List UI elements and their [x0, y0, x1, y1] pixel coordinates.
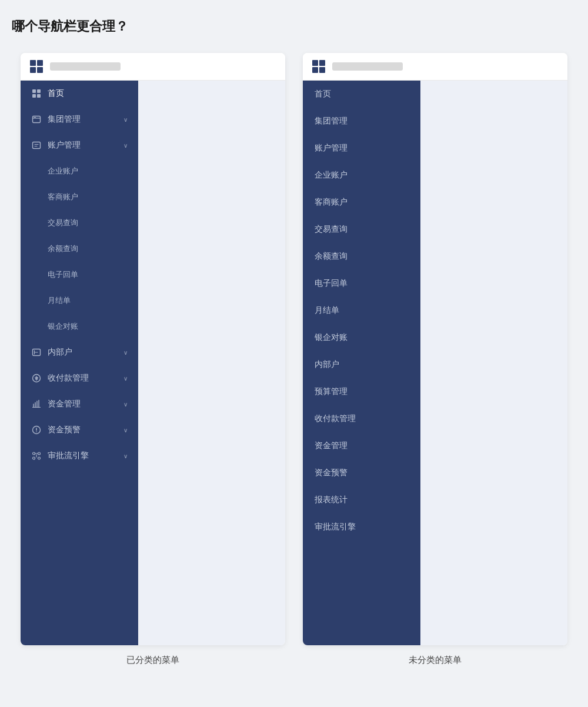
- l-account-icon: [31, 140, 42, 151]
- l-client-label: 客商账户: [48, 192, 128, 202]
- left-body2: 首页 集团管理 ∨ 账户管理 ∨: [21, 81, 285, 645]
- svg-rect-11: [37, 89, 41, 93]
- l-balance[interactable]: 余额查询: [21, 236, 138, 262]
- l-reconcile-label: 银企对账: [48, 321, 128, 332]
- r-transaction[interactable]: 交易查询: [303, 216, 420, 243]
- l-group-label: 集团管理: [48, 114, 123, 125]
- l-fund[interactable]: 资金管理 ∨: [21, 391, 138, 417]
- right-bar: [332, 62, 403, 71]
- r-home[interactable]: 首页: [303, 81, 420, 108]
- l-home-icon: [31, 88, 42, 99]
- l-group-icon: [31, 114, 42, 125]
- r-enterprise-label: 企业账户: [315, 170, 348, 181]
- svg-rect-13: [37, 94, 41, 98]
- r-client[interactable]: 客商账户: [303, 189, 420, 216]
- r-fund-label: 资金管理: [315, 441, 348, 451]
- svg-point-23: [38, 457, 41, 459]
- r-receipt[interactable]: 电子回单: [303, 270, 420, 297]
- right-sidebar: 首页 集团管理 账户管理 企业账户 客商账户 交易查询 余额查询 电子回单 月结…: [303, 81, 420, 645]
- l-alert-icon: [31, 425, 42, 435]
- r-account[interactable]: 账户管理: [303, 135, 420, 162]
- r-inner-label: 内部户: [315, 359, 339, 370]
- l-monthly-label: 月结单: [48, 295, 128, 306]
- right-card-wrapper2: 首页 集团管理 账户管理 企业账户 客商账户 交易查询 余额查询 电子回单 月结…: [303, 53, 567, 666]
- left-bar2: [50, 62, 121, 71]
- left-header2: [21, 53, 285, 81]
- r-report[interactable]: 报表统计: [303, 486, 420, 513]
- l-transaction[interactable]: 交易查询: [21, 210, 138, 236]
- left-content2: [138, 81, 285, 645]
- l-payment[interactable]: 收付款管理 ∨: [21, 365, 138, 391]
- svg-point-22: [33, 457, 35, 459]
- l-payment-icon: [31, 373, 42, 383]
- svg-rect-12: [32, 94, 36, 98]
- r-balance-label: 余额查询: [315, 251, 348, 262]
- r-transaction-label: 交易查询: [315, 224, 348, 235]
- l-flow-icon: [31, 451, 42, 461]
- r-enterprise[interactable]: 企业账户: [303, 162, 420, 189]
- l-payment-label: 收付款管理: [48, 373, 123, 383]
- l-alert[interactable]: 资金预警 ∨: [21, 417, 138, 443]
- r-balance[interactable]: 余额查询: [303, 243, 420, 270]
- r-reconcile[interactable]: 银企对账: [303, 324, 420, 351]
- r-payment[interactable]: 收付款管理: [303, 405, 420, 432]
- l-home-label: 首页: [48, 88, 128, 99]
- left-card-label: 已分类的菜单: [126, 655, 179, 666]
- left-nav-card2: 首页 集团管理 ∨ 账户管理 ∨: [21, 53, 285, 645]
- l-enterprise-label: 企业账户: [48, 166, 128, 176]
- r-flow-label: 审批流引擎: [315, 522, 356, 532]
- l-inner-chevron: ∨: [123, 349, 128, 356]
- r-group[interactable]: 集团管理: [303, 108, 420, 135]
- l-flow-label: 审批流引擎: [48, 451, 123, 461]
- main-layout: 首页 集团管理 ∨ 账户管理 ∨: [12, 53, 576, 666]
- l-flow[interactable]: 审批流引擎 ∨: [21, 443, 138, 469]
- r-monthly[interactable]: 月结单: [303, 297, 420, 324]
- l-inner-icon: [31, 347, 42, 358]
- r-fund[interactable]: 资金管理: [303, 432, 420, 459]
- r-inner[interactable]: 内部户: [303, 351, 420, 378]
- l-fund-chevron: ∨: [123, 401, 128, 408]
- left-card-wrapper: 首页 集团管理 ∨ 账户管理 ∨: [21, 53, 285, 666]
- svg-rect-14: [33, 116, 41, 123]
- right-card-label: 未分类的菜单: [409, 655, 462, 666]
- l-receipt[interactable]: 电子回单: [21, 262, 138, 288]
- l-alert-label: 资金预警: [48, 425, 123, 435]
- l-fund-label: 资金管理: [48, 399, 123, 409]
- l-inner[interactable]: 内部户 ∨: [21, 339, 138, 365]
- right-logo: [312, 60, 325, 73]
- l-flow-chevron: ∨: [123, 453, 128, 459]
- r-receipt-label: 电子回单: [315, 278, 348, 289]
- l-reconcile[interactable]: 银企对账: [21, 314, 138, 339]
- r-group-label: 集团管理: [315, 116, 348, 126]
- right-nav-card: 首页 集团管理 账户管理 企业账户 客商账户 交易查询 余额查询 电子回单 月结…: [303, 53, 567, 645]
- r-flow[interactable]: 审批流引擎: [303, 513, 420, 541]
- page-title: 哪个导航栏更合理？: [12, 18, 576, 35]
- l-home[interactable]: 首页: [21, 81, 138, 106]
- l-payment-chevron: ∨: [123, 375, 128, 382]
- l-account[interactable]: 账户管理 ∨: [21, 132, 138, 158]
- right-header: [303, 53, 567, 81]
- svg-rect-15: [33, 142, 41, 149]
- l-client[interactable]: 客商账户: [21, 184, 138, 210]
- r-alert[interactable]: 资金预警: [303, 459, 420, 486]
- r-account-label: 账户管理: [315, 143, 348, 154]
- right-body: 首页 集团管理 账户管理 企业账户 客商账户 交易查询 余额查询 电子回单 月结…: [303, 81, 567, 645]
- r-report-label: 报表统计: [315, 495, 348, 505]
- left-logo2: [30, 60, 43, 73]
- r-budget[interactable]: 预算管理: [303, 378, 420, 405]
- right-content: [420, 81, 567, 645]
- r-alert-label: 资金预警: [315, 468, 348, 478]
- l-group-chevron: ∨: [123, 116, 128, 123]
- l-fund-icon: [31, 399, 42, 409]
- r-monthly-label: 月结单: [315, 305, 339, 316]
- l-monthly[interactable]: 月结单: [21, 288, 138, 314]
- r-home-label: 首页: [315, 89, 331, 99]
- l-inner-label: 内部户: [48, 347, 123, 358]
- left-sidebar2: 首页 集团管理 ∨ 账户管理 ∨: [21, 81, 138, 645]
- r-reconcile-label: 银企对账: [315, 332, 348, 343]
- l-balance-label: 余额查询: [48, 244, 128, 254]
- l-receipt-label: 电子回单: [48, 269, 128, 280]
- svg-point-19: [36, 431, 37, 432]
- l-enterprise[interactable]: 企业账户: [21, 158, 138, 184]
- l-group[interactable]: 集团管理 ∨: [21, 106, 138, 132]
